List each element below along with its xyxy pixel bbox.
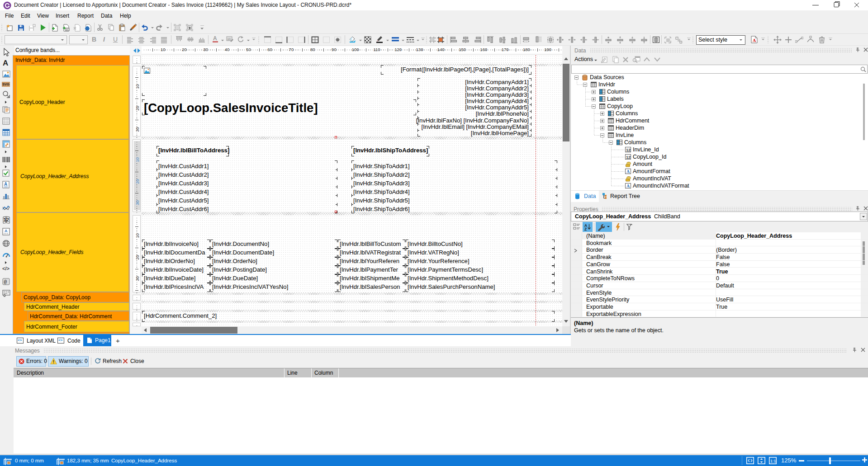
svg-text:12: 12 bbox=[4, 217, 9, 222]
svg-text:A: A bbox=[5, 229, 8, 233]
svg-text:ab: ab bbox=[228, 38, 231, 41]
svg-text:A: A bbox=[753, 38, 756, 43]
svg-text:1:1: 1:1 bbox=[770, 459, 776, 463]
svg-text:A: A bbox=[626, 169, 630, 174]
svg-text:A: A bbox=[626, 184, 630, 188]
svg-text:@: @ bbox=[4, 279, 7, 285]
svg-text:12: 12 bbox=[626, 155, 631, 160]
svg-text:A: A bbox=[4, 182, 7, 187]
svg-text:12: 12 bbox=[626, 148, 631, 152]
svg-text:A: A bbox=[213, 36, 217, 42]
svg-text:Z: Z bbox=[584, 227, 587, 231]
